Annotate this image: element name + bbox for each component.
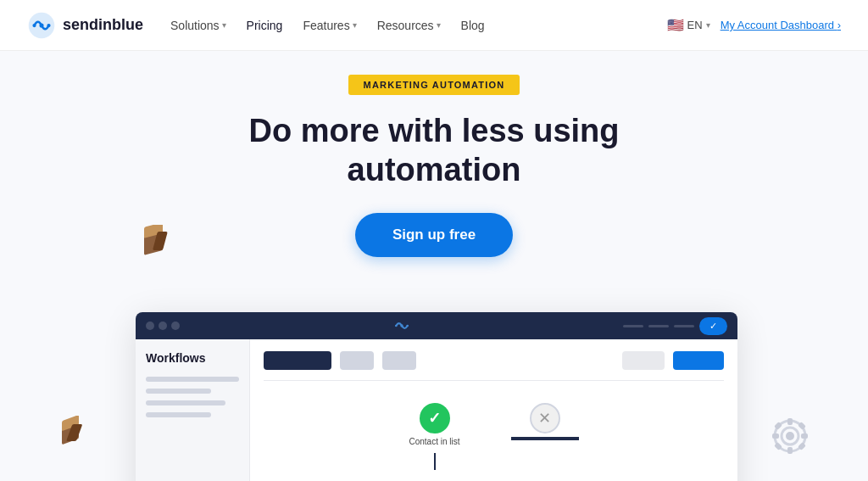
browser-dot-3 — [171, 322, 180, 330]
svg-rect-16 — [801, 433, 808, 439]
svg-point-21 — [400, 324, 403, 327]
svg-point-22 — [395, 325, 398, 327]
account-arrow-icon: › — [837, 19, 841, 31]
browser-action-line-3 — [674, 325, 694, 327]
nav-resources[interactable]: Resources ▾ — [377, 19, 441, 32]
browser-action-line-2 — [648, 325, 669, 327]
workflow-node-contact: ✓ Contact in list — [409, 403, 459, 470]
browser-main-panel: ✓ Contact in list ✕ — [250, 339, 737, 481]
navbar-right: 🇺🇸 EN ▾ My Account Dashboard › — [667, 17, 841, 33]
workflow-block-outline — [622, 351, 665, 370]
nav-solutions[interactable]: Solutions ▾ — [170, 19, 226, 32]
browser-sendinblue-icon — [393, 317, 410, 334]
svg-rect-14 — [787, 447, 793, 454]
decoration-gear-right — [770, 416, 810, 456]
browser-bar: ✓ — [136, 312, 737, 339]
node-contact-label: Contact in list — [409, 437, 459, 446]
browser-confirm-btn: ✓ — [699, 317, 727, 335]
logo-area[interactable]: sendinblue — [27, 11, 143, 40]
svg-point-23 — [406, 325, 409, 327]
hero-badge: MARKETING AUTOMATION — [348, 75, 520, 95]
svg-point-3 — [47, 23, 50, 26]
workflow-block-light-1 — [340, 351, 374, 370]
nav-pricing[interactable]: Pricing — [247, 19, 283, 32]
flag-icon: 🇺🇸 — [667, 17, 684, 33]
language-selector[interactable]: 🇺🇸 EN ▾ — [667, 17, 710, 33]
nav-links: Solutions ▾ Pricing Features ▾ Resources… — [170, 19, 485, 32]
node-connector-line — [434, 453, 436, 470]
signup-button[interactable]: Sign up free — [355, 213, 513, 257]
sidebar-title: Workflows — [146, 351, 239, 365]
browser-content: Workflows ✓ Contact in list — [136, 339, 737, 481]
node-check-icon: ✓ — [420, 403, 450, 433]
browser-logo-center — [186, 317, 616, 334]
lang-chevron-icon: ▾ — [706, 20, 710, 30]
workflow-block-blue — [673, 351, 724, 370]
browser-actions: ✓ — [623, 317, 727, 335]
resources-chevron-icon: ▾ — [437, 20, 441, 30]
sidebar-line-2 — [146, 389, 211, 394]
navbar-left: sendinblue Solutions ▾ Pricing Features … — [27, 11, 485, 40]
language-label: EN — [687, 19, 703, 31]
node-x-icon: ✕ — [530, 403, 560, 433]
decoration-cube-left — [137, 225, 173, 260]
sidebar-line-1 — [146, 377, 239, 382]
svg-point-12 — [786, 432, 794, 440]
workflow-block-light-2 — [382, 351, 416, 370]
browser-mockup: ✓ Workflows ✓ — [136, 312, 737, 481]
hero-section: MARKETING AUTOMATION Do more with less u… — [0, 51, 868, 282]
workflow-top-row — [264, 351, 724, 381]
browser-sidebar: Workflows — [136, 339, 250, 481]
solutions-chevron-icon: ▾ — [222, 20, 226, 30]
sidebar-line-4 — [146, 412, 211, 417]
account-dashboard-link[interactable]: My Account Dashboard › — [721, 19, 841, 31]
features-chevron-icon: ▾ — [353, 20, 357, 30]
svg-point-1 — [39, 23, 43, 27]
svg-rect-13 — [787, 418, 793, 425]
workflow-block-dark — [264, 351, 331, 370]
nav-features[interactable]: Features ▾ — [303, 19, 356, 32]
sidebar-line-3 — [146, 400, 225, 405]
workflow-canvas: ✓ Contact in list ✕ — [264, 394, 724, 481]
browser-dot-2 — [159, 322, 167, 330]
nav-blog[interactable]: Blog — [461, 19, 485, 32]
hero-title: Do more with less using automation — [188, 112, 680, 189]
browser-action-line-1 — [623, 325, 643, 327]
workflow-node-x: ✕ — [511, 403, 579, 440]
svg-point-2 — [32, 23, 36, 26]
checkmark-icon: ✓ — [709, 321, 717, 332]
browser-dot-1 — [146, 322, 154, 330]
browser-dots — [146, 322, 180, 330]
brand-name: sendinblue — [63, 16, 143, 34]
node-connector-horizontal — [511, 437, 579, 440]
svg-rect-15 — [772, 433, 779, 439]
logo-icon — [27, 11, 56, 40]
decoration-cube-bottom-left — [58, 416, 92, 450]
navbar: sendinblue Solutions ▾ Pricing Features … — [0, 0, 868, 51]
